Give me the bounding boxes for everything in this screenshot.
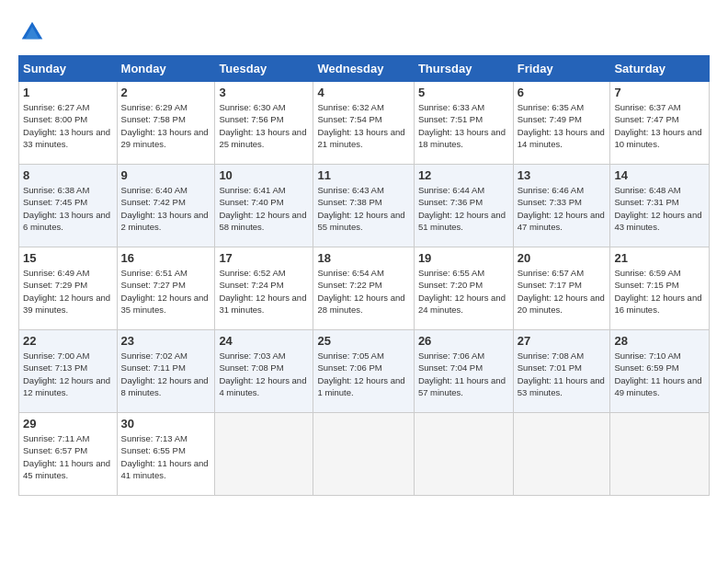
sunset-label: Sunset: 7:11 PM bbox=[121, 362, 186, 373]
day-info: Sunrise: 6:41 AM Sunset: 7:40 PM Dayligh… bbox=[219, 184, 309, 233]
calendar-cell: 22 Sunrise: 7:00 AM Sunset: 7:13 PM Dayl… bbox=[19, 330, 118, 413]
calendar-cell: 15 Sunrise: 6:49 AM Sunset: 7:29 PM Dayl… bbox=[19, 247, 118, 330]
daylight-label: Daylight: 12 hours and 47 minutes. bbox=[518, 210, 605, 232]
calendar-cell bbox=[513, 413, 610, 496]
sunset-label: Sunset: 7:27 PM bbox=[121, 280, 186, 290]
calendar-cell bbox=[313, 413, 414, 496]
calendar-cell bbox=[610, 413, 710, 496]
day-info: Sunrise: 6:44 AM Sunset: 7:36 PM Dayligh… bbox=[418, 184, 509, 233]
day-info: Sunrise: 7:00 AM Sunset: 7:13 PM Dayligh… bbox=[23, 350, 113, 398]
calendar-cell: 3 Sunrise: 6:30 AM Sunset: 7:56 PM Dayli… bbox=[215, 82, 313, 165]
calendar-cell: 18 Sunrise: 6:54 AM Sunset: 7:22 PM Dayl… bbox=[313, 247, 414, 330]
daylight-label: Daylight: 12 hours and 8 minutes. bbox=[121, 375, 209, 397]
calendar-cell: 11 Sunrise: 6:43 AM Sunset: 7:38 PM Dayl… bbox=[313, 165, 414, 247]
daylight-label: Daylight: 13 hours and 21 minutes. bbox=[317, 127, 404, 149]
calendar-cell: 5 Sunrise: 6:33 AM Sunset: 7:51 PM Dayli… bbox=[414, 82, 513, 165]
calendar-table: SundayMondayTuesdayWednesdayThursdayFrid… bbox=[18, 55, 710, 496]
sunrise-label: Sunrise: 6:43 AM bbox=[317, 185, 383, 195]
sunrise-label: Sunrise: 6:52 AM bbox=[219, 268, 285, 278]
day-info: Sunrise: 6:48 AM Sunset: 7:31 PM Dayligh… bbox=[614, 184, 705, 233]
day-info: Sunrise: 6:59 AM Sunset: 7:15 PM Dayligh… bbox=[614, 267, 705, 316]
calendar-cell: 29 Sunrise: 7:11 AM Sunset: 6:57 PM Dayl… bbox=[19, 413, 118, 496]
day-number: 9 bbox=[121, 168, 211, 182]
sunset-label: Sunset: 7:56 PM bbox=[219, 114, 283, 124]
day-info: Sunrise: 7:06 AM Sunset: 7:04 PM Dayligh… bbox=[418, 350, 509, 398]
logo bbox=[18, 18, 50, 46]
sunset-label: Sunset: 7:54 PM bbox=[317, 114, 381, 124]
day-info: Sunrise: 6:54 AM Sunset: 7:22 PM Dayligh… bbox=[317, 267, 409, 316]
sunset-label: Sunset: 7:49 PM bbox=[518, 114, 582, 124]
day-number: 27 bbox=[518, 334, 607, 348]
sunrise-label: Sunrise: 7:08 AM bbox=[518, 350, 584, 361]
sunrise-label: Sunrise: 6:35 AM bbox=[518, 102, 584, 112]
day-info: Sunrise: 6:33 AM Sunset: 7:51 PM Dayligh… bbox=[418, 101, 509, 150]
day-info: Sunrise: 7:08 AM Sunset: 7:01 PM Dayligh… bbox=[518, 350, 607, 398]
calendar-cell: 30 Sunrise: 7:13 AM Sunset: 6:55 PM Dayl… bbox=[117, 413, 215, 496]
sunrise-label: Sunrise: 7:11 AM bbox=[23, 433, 89, 443]
sunset-label: Sunset: 7:36 PM bbox=[418, 197, 483, 207]
sunset-label: Sunset: 7:51 PM bbox=[418, 114, 483, 124]
sunset-label: Sunset: 7:40 PM bbox=[219, 197, 283, 207]
sunset-label: Sunset: 7:08 PM bbox=[219, 362, 283, 373]
daylight-label: Daylight: 12 hours and 31 minutes. bbox=[219, 293, 306, 315]
column-header-monday: Monday bbox=[117, 56, 215, 82]
day-number: 24 bbox=[219, 334, 309, 348]
calendar-cell: 2 Sunrise: 6:29 AM Sunset: 7:58 PM Dayli… bbox=[117, 82, 215, 165]
sunset-label: Sunset: 8:00 PM bbox=[23, 114, 87, 124]
sunrise-label: Sunrise: 6:32 AM bbox=[317, 102, 383, 112]
daylight-label: Daylight: 13 hours and 29 minutes. bbox=[121, 127, 209, 149]
sunrise-label: Sunrise: 7:10 AM bbox=[614, 350, 680, 361]
day-number: 26 bbox=[418, 334, 509, 348]
column-header-sunday: Sunday bbox=[19, 56, 118, 82]
sunset-label: Sunset: 7:22 PM bbox=[317, 280, 381, 290]
day-number: 11 bbox=[317, 168, 409, 182]
calendar-cell: 21 Sunrise: 6:59 AM Sunset: 7:15 PM Dayl… bbox=[610, 247, 710, 330]
sunrise-label: Sunrise: 7:02 AM bbox=[121, 350, 188, 361]
daylight-label: Daylight: 12 hours and 20 minutes. bbox=[518, 293, 605, 315]
day-number: 5 bbox=[418, 86, 509, 99]
calendar-cell: 24 Sunrise: 7:03 AM Sunset: 7:08 PM Dayl… bbox=[215, 330, 313, 413]
calendar-cell: 23 Sunrise: 7:02 AM Sunset: 7:11 PM Dayl… bbox=[117, 330, 215, 413]
sunrise-label: Sunrise: 6:57 AM bbox=[518, 268, 584, 278]
sunrise-label: Sunrise: 6:40 AM bbox=[121, 185, 188, 195]
day-number: 30 bbox=[121, 417, 211, 431]
sunrise-label: Sunrise: 6:29 AM bbox=[121, 102, 188, 112]
calendar-cell: 12 Sunrise: 6:44 AM Sunset: 7:36 PM Dayl… bbox=[414, 165, 513, 247]
day-info: Sunrise: 6:49 AM Sunset: 7:29 PM Dayligh… bbox=[23, 267, 113, 316]
day-number: 18 bbox=[317, 251, 409, 265]
calendar-cell: 13 Sunrise: 6:46 AM Sunset: 7:33 PM Dayl… bbox=[513, 165, 610, 247]
page: SundayMondayTuesdayWednesdayThursdayFrid… bbox=[0, 0, 728, 505]
day-number: 6 bbox=[518, 86, 607, 99]
column-header-tuesday: Tuesday bbox=[215, 56, 313, 82]
daylight-label: Daylight: 12 hours and 12 minutes. bbox=[23, 375, 110, 397]
day-number: 17 bbox=[219, 251, 309, 265]
sunrise-label: Sunrise: 6:33 AM bbox=[418, 102, 484, 112]
sunrise-label: Sunrise: 6:48 AM bbox=[614, 185, 680, 195]
calendar-cell: 14 Sunrise: 6:48 AM Sunset: 7:31 PM Dayl… bbox=[610, 165, 710, 247]
sunset-label: Sunset: 7:58 PM bbox=[121, 114, 186, 124]
calendar-cell: 6 Sunrise: 6:35 AM Sunset: 7:49 PM Dayli… bbox=[513, 82, 610, 165]
sunrise-label: Sunrise: 6:27 AM bbox=[23, 102, 89, 112]
day-number: 22 bbox=[23, 334, 113, 348]
daylight-label: Daylight: 12 hours and 43 minutes. bbox=[614, 210, 701, 232]
day-info: Sunrise: 7:13 AM Sunset: 6:55 PM Dayligh… bbox=[121, 432, 211, 481]
header bbox=[18, 18, 710, 46]
calendar-cell: 16 Sunrise: 6:51 AM Sunset: 7:27 PM Dayl… bbox=[117, 247, 215, 330]
day-info: Sunrise: 6:32 AM Sunset: 7:54 PM Dayligh… bbox=[317, 101, 409, 150]
daylight-label: Daylight: 12 hours and 35 minutes. bbox=[121, 293, 209, 315]
day-info: Sunrise: 6:55 AM Sunset: 7:20 PM Dayligh… bbox=[418, 267, 509, 316]
daylight-label: Daylight: 13 hours and 33 minutes. bbox=[23, 127, 110, 149]
daylight-label: Daylight: 13 hours and 18 minutes. bbox=[418, 127, 506, 149]
day-info: Sunrise: 7:03 AM Sunset: 7:08 PM Dayligh… bbox=[219, 350, 309, 398]
sunrise-label: Sunrise: 7:06 AM bbox=[418, 350, 484, 361]
day-info: Sunrise: 6:57 AM Sunset: 7:17 PM Dayligh… bbox=[518, 267, 607, 316]
sunrise-label: Sunrise: 6:51 AM bbox=[121, 268, 188, 278]
day-number: 8 bbox=[23, 168, 113, 182]
day-info: Sunrise: 6:46 AM Sunset: 7:33 PM Dayligh… bbox=[518, 184, 607, 233]
sunrise-label: Sunrise: 6:55 AM bbox=[418, 268, 484, 278]
daylight-label: Daylight: 13 hours and 10 minutes. bbox=[614, 127, 701, 149]
daylight-label: Daylight: 12 hours and 4 minutes. bbox=[219, 375, 306, 397]
sunset-label: Sunset: 7:24 PM bbox=[219, 280, 283, 290]
day-number: 28 bbox=[614, 334, 705, 348]
day-number: 3 bbox=[219, 86, 309, 99]
